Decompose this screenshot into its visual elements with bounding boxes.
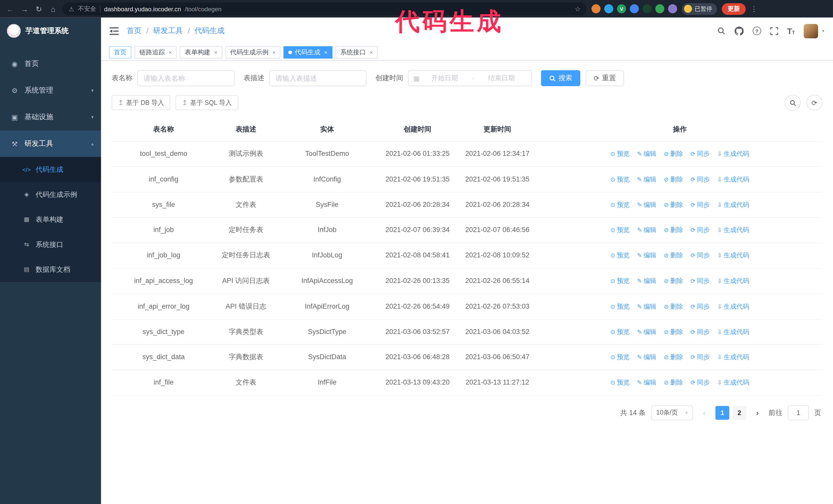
action-generate[interactable]: ⇩生成代码 xyxy=(717,354,749,361)
sidebar-subitem-form-builder[interactable]: ▦表单构建 xyxy=(0,207,101,232)
goto-page-input[interactable] xyxy=(788,405,809,420)
action-preview[interactable]: ⊙预览 xyxy=(610,328,629,336)
action-delete[interactable]: ⊘删除 xyxy=(664,354,683,361)
ext-check-icon[interactable]: V xyxy=(617,4,626,13)
prev-page-button[interactable]: ‹ xyxy=(698,408,710,417)
breadcrumb-devtools[interactable]: 研发工具 xyxy=(153,26,183,35)
sidebar-item-devtools[interactable]: ⚒研发工具▴ xyxy=(0,130,101,157)
update-browser-button[interactable]: 更新 xyxy=(722,3,745,15)
action-generate[interactable]: ⇩生成代码 xyxy=(717,201,749,209)
toggle-search-button[interactable] xyxy=(785,95,801,111)
action-generate[interactable]: ⇩生成代码 xyxy=(717,150,749,158)
sidebar-item-infra[interactable]: ▣基础设施▾ xyxy=(0,104,101,130)
back-icon[interactable]: ← xyxy=(5,5,15,13)
action-delete[interactable]: ⊘删除 xyxy=(664,379,683,386)
create-time-range-picker[interactable]: ▦ 开始日期 - 结束日期 xyxy=(408,70,532,86)
action-generate[interactable]: ⇩生成代码 xyxy=(717,226,749,234)
action-sync[interactable]: ⟳同步 xyxy=(690,354,710,361)
action-edit[interactable]: ✎编辑 xyxy=(637,175,657,183)
action-generate[interactable]: ⇩生成代码 xyxy=(717,303,749,310)
fullscreen-icon[interactable] xyxy=(770,27,778,35)
action-sync[interactable]: ⟳同步 xyxy=(690,379,710,386)
bookmark-star-icon[interactable]: ☆ xyxy=(575,5,581,13)
sidebar-subitem-codegen[interactable]: </>代码生成 xyxy=(0,157,101,182)
page-size-select[interactable]: 10条/页 ▾ xyxy=(651,405,693,420)
search-button[interactable]: 搜索 xyxy=(541,70,580,86)
action-preview[interactable]: ⊙预览 xyxy=(610,379,629,386)
table-name-input[interactable] xyxy=(137,70,235,86)
avatar[interactable] xyxy=(804,24,818,38)
sidebar-subitem-db-doc[interactable]: ▤数据库文档 xyxy=(0,257,101,282)
action-sync[interactable]: ⟳同步 xyxy=(690,328,710,336)
ext-dark-icon[interactable] xyxy=(643,4,651,13)
action-delete[interactable]: ⊘删除 xyxy=(664,252,683,259)
tab-form-builder[interactable]: 表单构建× xyxy=(180,46,222,58)
action-delete[interactable]: ⊘删除 xyxy=(664,226,683,234)
action-edit[interactable]: ✎编辑 xyxy=(637,201,657,209)
profile-paused-chip[interactable]: 已暂停 xyxy=(682,3,717,15)
action-preview[interactable]: ⊙预览 xyxy=(610,354,629,361)
next-page-button[interactable]: › xyxy=(752,408,763,417)
action-sync[interactable]: ⟳同步 xyxy=(690,226,710,234)
action-delete[interactable]: ⊘删除 xyxy=(664,328,683,336)
action-sync[interactable]: ⟳同步 xyxy=(690,303,710,310)
breadcrumb-home[interactable]: 首页 xyxy=(127,26,142,35)
help-icon[interactable]: ? xyxy=(753,27,761,35)
action-generate[interactable]: ⇩生成代码 xyxy=(717,379,749,386)
forward-icon[interactable]: → xyxy=(20,5,29,13)
sidebar-subitem-api[interactable]: ⇆系统接口 xyxy=(0,232,101,257)
app-logo[interactable]: 芋道管理系统 xyxy=(0,18,101,44)
action-preview[interactable]: ⊙预览 xyxy=(610,252,629,259)
tab-codegen-demo[interactable]: 代码生成示例× xyxy=(225,46,281,58)
ext-people-icon[interactable] xyxy=(630,4,639,13)
tab-api[interactable]: 系统接口× xyxy=(335,46,378,58)
page-button-2[interactable]: 2 xyxy=(733,406,746,419)
action-edit[interactable]: ✎编辑 xyxy=(637,303,657,310)
tab-codegen[interactable]: 代码生成× xyxy=(284,46,332,58)
search-icon[interactable] xyxy=(717,27,725,35)
action-sync[interactable]: ⟳同步 xyxy=(690,252,710,259)
action-edit[interactable]: ✎编辑 xyxy=(637,354,657,361)
home-icon[interactable]: ⌂ xyxy=(48,5,58,13)
action-preview[interactable]: ⊙预览 xyxy=(610,150,629,158)
action-edit[interactable]: ✎编辑 xyxy=(637,226,657,234)
action-delete[interactable]: ⊘删除 xyxy=(664,303,683,310)
close-tab-icon[interactable]: × xyxy=(214,49,217,55)
action-edit[interactable]: ✎编辑 xyxy=(637,379,657,386)
collapse-menu-icon[interactable] xyxy=(110,27,119,35)
sidebar-subitem-codegen-demo[interactable]: ◈代码生成示例 xyxy=(0,182,101,207)
action-sync[interactable]: ⟳同步 xyxy=(690,201,710,209)
sidebar-item-system[interactable]: ⚙系统管理▾ xyxy=(0,77,101,104)
tab-trace[interactable]: 链路追踪× xyxy=(135,46,177,58)
action-preview[interactable]: ⊙预览 xyxy=(610,303,629,310)
action-preview[interactable]: ⊙预览 xyxy=(610,277,629,285)
action-generate[interactable]: ⇩生成代码 xyxy=(717,277,749,285)
close-tab-icon[interactable]: × xyxy=(370,49,373,55)
action-generate[interactable]: ⇩生成代码 xyxy=(717,328,749,336)
refresh-table-button[interactable]: ⟳ xyxy=(806,95,822,111)
action-sync[interactable]: ⟳同步 xyxy=(690,277,710,285)
ext-drop-icon[interactable] xyxy=(604,4,613,13)
action-edit[interactable]: ✎编辑 xyxy=(637,277,657,285)
page-button-1[interactable]: 1 xyxy=(715,406,729,419)
action-preview[interactable]: ⊙预览 xyxy=(610,226,629,234)
address-bar[interactable]: ⚠ 不安全 dashboard.yudao.iocoder.cn /tool/c… xyxy=(63,2,587,15)
action-delete[interactable]: ⊘删除 xyxy=(664,201,683,209)
close-tab-icon[interactable]: × xyxy=(169,49,172,55)
import-sql-button[interactable]: ↥ 基于 SQL 导入 xyxy=(176,95,238,110)
chevron-down-icon[interactable]: ▾ xyxy=(822,28,824,33)
action-edit[interactable]: ✎编辑 xyxy=(637,150,657,158)
action-generate[interactable]: ⇩生成代码 xyxy=(717,252,749,259)
action-delete[interactable]: ⊘删除 xyxy=(664,150,683,158)
action-edit[interactable]: ✎编辑 xyxy=(637,252,657,259)
action-generate[interactable]: ⇩生成代码 xyxy=(717,175,749,183)
import-db-button[interactable]: ↥ 基于 DB 导入 xyxy=(112,95,170,110)
action-preview[interactable]: ⊙预览 xyxy=(610,175,629,183)
ext-leaf-icon[interactable] xyxy=(656,4,664,13)
reload-icon[interactable]: ↻ xyxy=(34,5,44,13)
reset-button[interactable]: ⟳ 重置 xyxy=(586,70,624,86)
ext-fox-icon[interactable] xyxy=(592,4,600,13)
action-edit[interactable]: ✎编辑 xyxy=(637,328,657,336)
ext-puzzle-icon[interactable] xyxy=(668,4,677,13)
github-icon[interactable] xyxy=(735,26,743,35)
